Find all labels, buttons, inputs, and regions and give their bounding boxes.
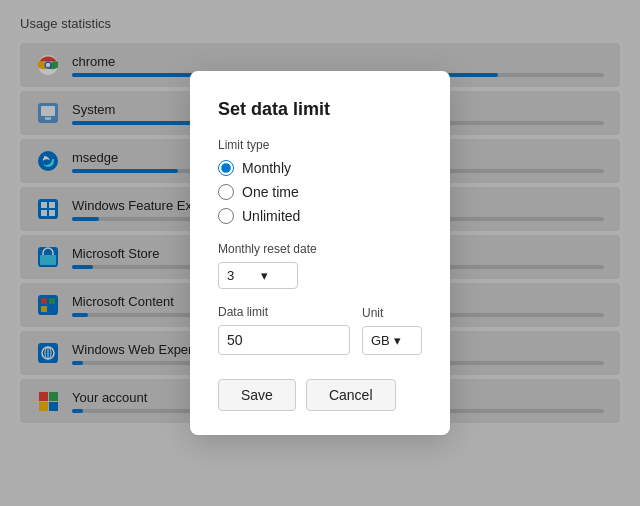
radio-one-time-input[interactable]: [218, 184, 234, 200]
radio-unlimited-input[interactable]: [218, 208, 234, 224]
modal-overlay: Set data limit Limit type Monthly One ti…: [0, 0, 640, 506]
set-data-limit-dialog: Set data limit Limit type Monthly One ti…: [190, 71, 450, 435]
radio-one-time-label: One time: [242, 184, 299, 200]
save-button[interactable]: Save: [218, 379, 296, 411]
data-limit-input[interactable]: 50: [218, 325, 350, 355]
unit-group: Unit GB ▾: [362, 306, 422, 355]
reset-date-label: Monthly reset date: [218, 242, 422, 256]
limit-type-label: Limit type: [218, 138, 422, 152]
data-limit-row: Data limit 50 Unit GB ▾: [218, 305, 422, 355]
radio-one-time[interactable]: One time: [218, 184, 422, 200]
unit-select[interactable]: GB ▾: [362, 326, 422, 355]
unit-value: GB: [371, 333, 390, 348]
cancel-button[interactable]: Cancel: [306, 379, 396, 411]
radio-unlimited[interactable]: Unlimited: [218, 208, 422, 224]
radio-monthly[interactable]: Monthly: [218, 160, 422, 176]
data-limit-label: Data limit: [218, 305, 350, 319]
reset-date-value: 3: [227, 268, 255, 283]
dialog-title: Set data limit: [218, 99, 422, 120]
reset-date-arrow-icon: ▾: [261, 268, 289, 283]
radio-unlimited-label: Unlimited: [242, 208, 300, 224]
radio-monthly-label: Monthly: [242, 160, 291, 176]
unit-label: Unit: [362, 306, 422, 320]
button-row: Save Cancel: [218, 379, 422, 411]
reset-date-group: Monthly reset date 3 ▾: [218, 242, 422, 289]
limit-type-radio-group: Monthly One time Unlimited: [218, 160, 422, 224]
data-limit-group: Data limit 50: [218, 305, 350, 355]
radio-monthly-input[interactable]: [218, 160, 234, 176]
unit-arrow-icon: ▾: [394, 333, 413, 348]
reset-date-select[interactable]: 3 ▾: [218, 262, 298, 289]
